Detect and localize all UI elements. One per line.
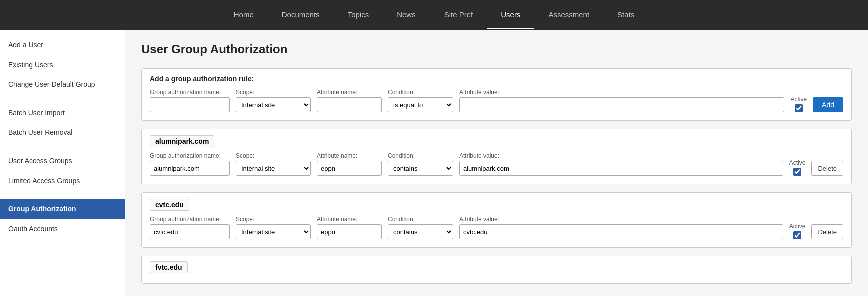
rule-group-name-cvtc: cvtc.edu [150, 199, 189, 211]
add-condition-field: Condition: is equal to contains starts w… [388, 89, 453, 112]
sidebar-item-batch-user-import[interactable]: Batch User Import [0, 103, 125, 123]
cvtc-scope-label: Scope: [236, 216, 311, 223]
alumnipark-condition-field: Condition: is equal to contains starts w… [388, 152, 453, 176]
add-attr-name-label: Attribute name: [317, 89, 382, 96]
nav-topics[interactable]: Topics [334, 1, 383, 29]
alumnipark-attr-name-input[interactable] [317, 161, 382, 176]
cvtc-attr-name-label: Attribute name: [317, 216, 382, 223]
sidebar-item-change-user-default-group[interactable]: Change User Default Group [0, 75, 125, 95]
add-attr-value-input[interactable] [459, 97, 784, 112]
sidebar-divider-2 [0, 147, 125, 147]
add-rule-form-row: Group authorization name: Scope: Interna… [150, 89, 843, 112]
alumnipark-active-checkbox[interactable] [793, 168, 801, 176]
add-active-checkbox[interactable] [795, 104, 803, 112]
rule-section-fvtc: fvtc.edu [141, 256, 852, 284]
cvtc-attr-value-label: Attribute value: [459, 216, 783, 223]
top-navigation: Home Documents Topics News Site Pref Use… [0, 0, 868, 30]
cvtc-group-auth-name-label: Group authorization name: [150, 216, 230, 223]
rule-section-cvtc: cvtc.edu Group authorization name: Scope… [141, 192, 852, 248]
add-condition-label: Condition: [388, 89, 453, 96]
alumnipark-group-auth-name-input[interactable] [150, 161, 230, 176]
nav-sitepref[interactable]: Site Pref [430, 1, 487, 29]
add-attr-name-input[interactable] [317, 97, 382, 112]
add-scope-select[interactable]: Internal site External site All sites [236, 97, 311, 112]
cvtc-active-field: Active [789, 223, 806, 239]
sidebar-divider-3 [0, 195, 125, 195]
add-scope-field: Scope: Internal site External site All s… [236, 89, 311, 112]
rule-form-row-cvtc: Group authorization name: Scope: Interna… [150, 216, 843, 239]
cvtc-attr-name-field: Attribute name: [317, 216, 382, 239]
cvtc-condition-select[interactable]: is equal to contains starts with ends wi… [388, 224, 453, 239]
cvtc-scope-field: Scope: Internal site External site All s… [236, 216, 311, 239]
add-rule-section: Add a group authorization rule: Group au… [141, 68, 852, 121]
add-scope-label: Scope: [236, 89, 311, 96]
rule-group-name-fvtc: fvtc.edu [150, 261, 188, 273]
alumnipark-condition-select[interactable]: is equal to contains starts with ends wi… [388, 161, 453, 176]
alumnipark-attr-name-label: Attribute name: [317, 152, 382, 159]
cvtc-attr-value-input[interactable] [459, 224, 783, 239]
main-content: User Group Authorization Add a group aut… [125, 30, 868, 296]
nav-assessment[interactable]: Assessment [534, 1, 603, 29]
cvtc-condition-field: Condition: is equal to contains starts w… [388, 216, 453, 239]
add-active-label: Active [790, 96, 807, 103]
add-button[interactable]: Add [813, 97, 843, 112]
cvtc-condition-label: Condition: [388, 216, 453, 223]
alumnipark-active-label: Active [789, 159, 806, 166]
add-rule-title: Add a group authorization rule: [150, 75, 843, 83]
sidebar-item-user-access-groups[interactable]: User Access Groups [0, 151, 125, 171]
add-group-auth-name-label: Group authorization name: [150, 89, 230, 96]
cvtc-group-auth-name-field: Group authorization name: [150, 216, 230, 239]
cvtc-active-checkbox[interactable] [793, 231, 801, 239]
nav-documents[interactable]: Documents [268, 1, 334, 29]
cvtc-active-label: Active [789, 223, 806, 230]
cvtc-attr-name-input[interactable] [317, 224, 382, 239]
sidebar-item-batch-user-removal[interactable]: Batch User Removal [0, 123, 125, 143]
alumnipark-scope-label: Scope: [236, 152, 311, 159]
alumnipark-attr-value-field: Attribute value: [459, 152, 783, 176]
alumnipark-attr-value-label: Attribute value: [459, 152, 783, 159]
add-group-auth-name-field: Group authorization name: [150, 89, 230, 112]
sidebar-item-oauth-accounts[interactable]: Oauth Accounts [0, 219, 125, 239]
alumnipark-scope-select[interactable]: Internal site External site All sites [236, 161, 311, 176]
page-title: User Group Authorization [141, 42, 852, 56]
nav-stats[interactable]: Stats [603, 1, 648, 29]
cvtc-scope-select[interactable]: Internal site External site All sites [236, 224, 311, 239]
add-attr-value-field: Attribute value: [459, 89, 784, 112]
rule-group-name-alumnipark: alumnipark.com [150, 135, 214, 147]
cvtc-delete-button[interactable]: Delete [811, 224, 843, 239]
alumnipark-attr-name-field: Attribute name: [317, 152, 382, 176]
alumnipark-group-auth-name-label: Group authorization name: [150, 152, 230, 159]
nav-news[interactable]: News [383, 1, 430, 29]
rule-form-row-alumnipark: Group authorization name: Scope: Interna… [150, 152, 843, 176]
alumnipark-delete-button[interactable]: Delete [811, 161, 843, 176]
alumnipark-active-field: Active [789, 159, 806, 176]
nav-users[interactable]: Users [487, 1, 534, 29]
sidebar: Add a User Existing Users Change User De… [0, 30, 125, 296]
alumnipark-condition-label: Condition: [388, 152, 453, 159]
layout: Add a User Existing Users Change User De… [0, 30, 868, 296]
sidebar-item-existing-users[interactable]: Existing Users [0, 55, 125, 75]
alumnipark-group-auth-name-field: Group authorization name: [150, 152, 230, 176]
sidebar-item-group-authorization[interactable]: Group Authorization [0, 199, 125, 219]
nav-home[interactable]: Home [220, 1, 268, 29]
alumnipark-attr-value-input[interactable] [459, 161, 783, 176]
sidebar-item-limited-access-groups[interactable]: Limited Access Groups [0, 171, 125, 191]
add-group-auth-name-input[interactable] [150, 97, 230, 112]
cvtc-attr-value-field: Attribute value: [459, 216, 783, 239]
add-attr-value-label: Attribute value: [459, 89, 784, 96]
add-attr-name-field: Attribute name: [317, 89, 382, 112]
cvtc-group-auth-name-input[interactable] [150, 224, 230, 239]
alumnipark-scope-field: Scope: Internal site External site All s… [236, 152, 311, 176]
add-active-field: Active [790, 96, 807, 112]
add-condition-select[interactable]: is equal to contains starts with ends wi… [388, 97, 453, 112]
sidebar-divider-1 [0, 99, 125, 99]
sidebar-item-add-a-user[interactable]: Add a User [0, 35, 125, 55]
rule-section-alumnipark: alumnipark.com Group authorization name:… [141, 129, 852, 184]
